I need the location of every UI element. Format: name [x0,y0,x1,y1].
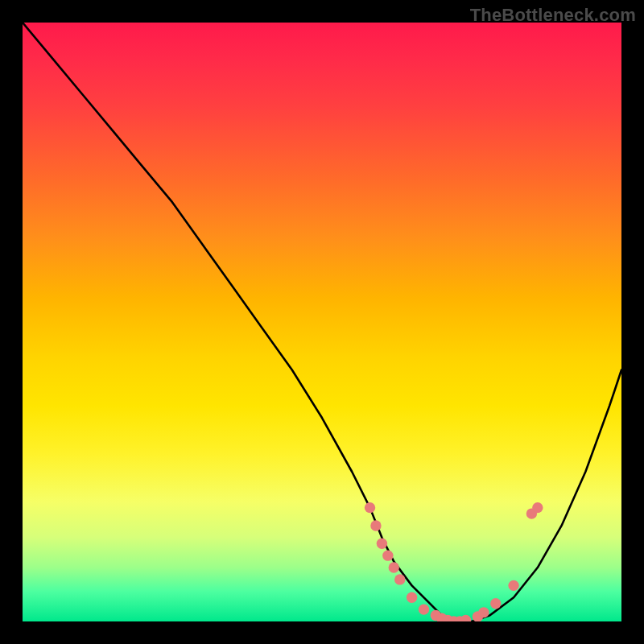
sample-point [382,550,393,560]
sample-point [419,604,429,614]
sample-point [508,580,518,591]
chart-svg [23,23,621,621]
sample-points [365,502,543,621]
plot-area [23,23,621,621]
bottleneck-curve [23,23,621,621]
sample-point [407,592,417,603]
sample-point [532,502,543,513]
sample-point [370,520,381,530]
sample-point [394,574,405,584]
sample-point [490,598,501,609]
chart-frame: TheBottleneck.com [0,0,644,644]
sample-point [377,539,387,549]
sample-point [365,502,375,513]
sample-point [460,615,471,621]
sample-point [478,607,489,617]
sample-point [389,562,399,572]
